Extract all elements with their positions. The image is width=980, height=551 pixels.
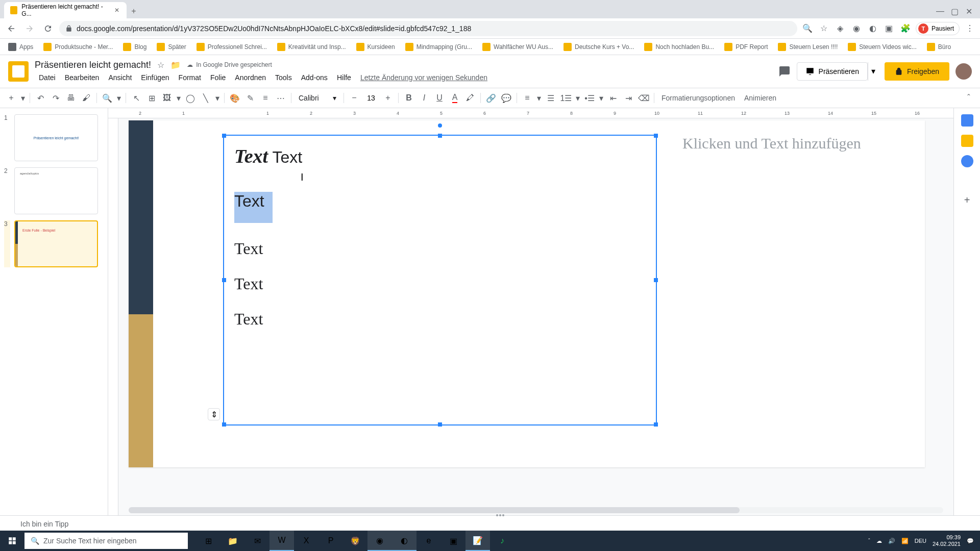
menu-tools[interactable]: Tools — [271, 71, 296, 84]
tray-chevron-icon[interactable]: ˆ — [868, 538, 870, 544]
placeholder-textbox[interactable]: Klicken und Text hinzufügen — [682, 135, 922, 152]
scrollbar-thumb[interactable] — [129, 507, 740, 513]
notes-resize-handle[interactable] — [490, 514, 510, 517]
extension-icon-1[interactable]: ◈ — [834, 22, 846, 35]
brave-icon[interactable]: 🦁 — [343, 531, 368, 551]
bookmark-apps[interactable]: Apps — [4, 41, 37, 53]
profile-status-button[interactable]: T Pausiert — [916, 22, 960, 35]
selected-textbox[interactable]: Text Text I Text Text Text Text ⇕ — [223, 135, 657, 425]
file-explorer-icon[interactable]: 📁 — [220, 531, 245, 551]
shape-tool[interactable]: ◯ — [183, 91, 198, 105]
paint-format-button[interactable]: 🖌 — [79, 91, 93, 105]
zoom-icon[interactable]: 🔍 — [801, 22, 814, 35]
reload-button[interactable] — [41, 21, 55, 36]
account-avatar[interactable] — [955, 63, 972, 80]
new-slide-button[interactable]: + — [4, 91, 18, 105]
close-window-icon[interactable]: ✕ — [962, 4, 976, 18]
image-dropdown[interactable]: ▾ — [175, 91, 182, 105]
menu-datei[interactable]: Datei — [35, 71, 60, 84]
menu-bearbeiten[interactable]: Bearbeiten — [61, 71, 104, 84]
bold-button[interactable]: B — [402, 91, 416, 105]
document-title[interactable]: Präsentieren leicht gemacht! — [35, 60, 151, 70]
language-indicator[interactable]: DEU — [915, 538, 926, 544]
comments-icon[interactable] — [778, 65, 791, 78]
taskbar-search[interactable]: 🔍 Zur Suche Text hier eingeben — [24, 533, 188, 549]
menu-ansicht[interactable]: Ansicht — [104, 71, 136, 84]
undo-button[interactable]: ↶ — [33, 91, 47, 105]
edge-icon[interactable]: e — [416, 531, 441, 551]
new-slide-dropdown[interactable]: ▾ — [19, 91, 27, 105]
fill-color-button[interactable]: 🎨 — [228, 91, 242, 105]
rotate-handle[interactable] — [438, 123, 442, 128]
notifications-icon[interactable]: 💬 — [967, 538, 974, 544]
present-dropdown[interactable]: ▾ — [868, 62, 878, 81]
slides-logo-icon[interactable] — [8, 61, 29, 82]
slide-thumbnail-3[interactable]: Erste Folie - Beispiel — [14, 220, 98, 267]
extension-icon-2[interactable]: ◉ — [850, 22, 863, 35]
horizontal-scrollbar[interactable] — [129, 507, 943, 513]
bookmark-item[interactable]: Wahlfächer WU Aus... — [478, 41, 557, 53]
bookmark-item[interactable]: Später — [153, 41, 190, 53]
last-edit-link[interactable]: Letzte Änderung vor wenigen Sekunden — [356, 71, 492, 84]
maximize-window-icon[interactable]: ▢ — [947, 4, 962, 18]
resize-handle-e[interactable] — [654, 278, 658, 282]
bookmark-item[interactable]: Deutsche Kurs + Vo... — [559, 41, 638, 53]
mail-icon[interactable]: ✉ — [245, 531, 270, 551]
bulleted-list-dropdown[interactable]: ▾ — [598, 91, 605, 105]
align-dropdown[interactable]: ▾ — [535, 91, 543, 105]
zoom-dropdown[interactable]: ▾ — [115, 91, 122, 105]
bookmark-item[interactable]: Kursideen — [352, 41, 399, 53]
zoom-button[interactable]: 🔍 — [100, 91, 114, 105]
present-button[interactable]: Präsentieren — [797, 62, 868, 81]
menu-addons[interactable]: Add-ons — [297, 71, 332, 84]
resize-handle-se[interactable] — [654, 422, 658, 427]
menu-hilfe[interactable]: Hilfe — [333, 71, 355, 84]
menu-folie[interactable]: Folie — [206, 71, 230, 84]
bookmark-item[interactable]: Produktsuche - Mer... — [39, 41, 117, 53]
font-size-input[interactable] — [363, 94, 379, 102]
insert-link-button[interactable]: 🔗 — [484, 91, 498, 105]
move-folder-icon[interactable]: 📁 — [170, 60, 181, 70]
ruler-vertical[interactable] — [108, 118, 118, 515]
print-button[interactable]: 🖶 — [64, 91, 78, 105]
tab-close-icon[interactable]: ✕ — [113, 6, 120, 14]
bookmark-item[interactable]: Büro — [923, 41, 955, 53]
resize-handle-s[interactable] — [438, 422, 442, 427]
resize-handle-sw[interactable] — [222, 422, 226, 427]
notepad-icon[interactable]: 📝 — [465, 531, 490, 551]
minimize-window-icon[interactable]: — — [933, 4, 947, 18]
start-button[interactable] — [0, 531, 24, 551]
cloud-sync-icon[interactable]: ☁ — [876, 538, 882, 544]
numbered-list-button[interactable]: 1☰ — [559, 91, 573, 105]
format-options-button[interactable]: Formatierungsoptionen — [657, 92, 739, 104]
wifi-icon[interactable]: 📶 — [901, 538, 909, 544]
bulleted-list-button[interactable]: •☰ — [582, 91, 597, 105]
text-content[interactable]: Text Text I Text Text Text Text — [224, 136, 656, 354]
redo-button[interactable]: ↷ — [48, 91, 63, 105]
word-icon[interactable]: W — [270, 531, 294, 551]
obs-icon[interactable]: ◉ — [368, 531, 392, 551]
calendar-icon[interactable] — [961, 114, 973, 127]
resize-handle-n[interactable] — [438, 134, 442, 138]
browser-menu-icon[interactable]: ⋮ — [964, 22, 976, 35]
excel-icon[interactable]: X — [294, 531, 318, 551]
increase-indent-button[interactable]: ⇥ — [621, 91, 635, 105]
text-color-button[interactable]: A — [448, 91, 462, 105]
menu-einfuegen[interactable]: Einfügen — [137, 71, 173, 84]
bookmark-item[interactable]: Mindmapping (Gru... — [401, 41, 476, 53]
bookmark-item[interactable]: Steuern Lesen !!!! — [774, 41, 842, 53]
bookmark-item[interactable]: Kreativität und Insp... — [273, 41, 350, 53]
menu-anordnen[interactable]: Anordnen — [231, 71, 270, 84]
border-dash-button[interactable]: ⋯ — [274, 91, 288, 105]
forward-button[interactable] — [22, 21, 37, 36]
numbered-list-dropdown[interactable]: ▾ — [574, 91, 581, 105]
resize-handle-ne[interactable] — [654, 134, 658, 138]
bookmark-item[interactable]: Steuern Videos wic... — [844, 41, 921, 53]
line-dropdown[interactable]: ▾ — [214, 91, 221, 105]
chrome-icon[interactable]: ◐ — [392, 531, 416, 551]
clock[interactable]: 09:39 24.02.2021 — [933, 534, 961, 547]
powerpoint-icon[interactable]: P — [318, 531, 343, 551]
spotify-icon[interactable]: ♪ — [490, 531, 514, 551]
align-button[interactable]: ≡ — [520, 91, 534, 105]
image-tool[interactable]: 🖼 — [160, 91, 174, 105]
